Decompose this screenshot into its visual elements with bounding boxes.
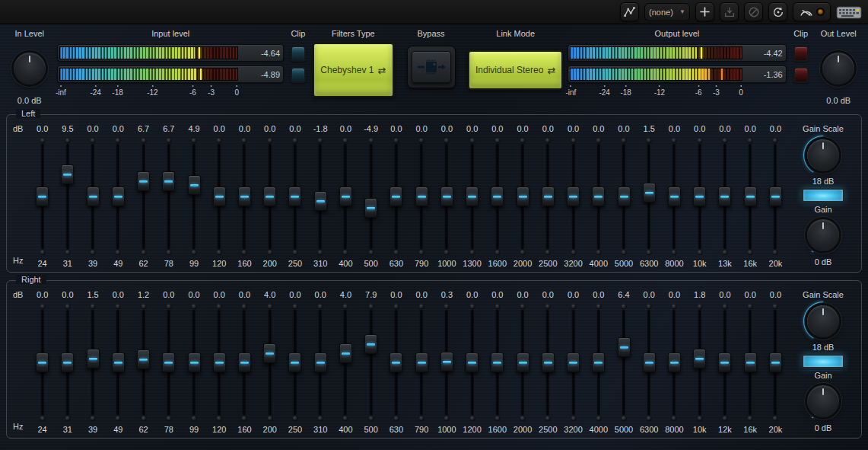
fader-handle[interactable] — [87, 349, 100, 369]
fader-handle[interactable] — [314, 353, 327, 372]
band-fader-left-13k[interactable] — [712, 137, 737, 256]
band-fader-right-630[interactable] — [383, 303, 409, 422]
band-fader-left-500[interactable] — [358, 137, 383, 256]
band-fader-right-2000[interactable] — [510, 303, 535, 422]
fader-handle[interactable] — [693, 349, 706, 369]
fader-handle[interactable] — [542, 187, 555, 206]
fader-handle[interactable] — [466, 187, 479, 206]
fader-handle[interactable] — [288, 353, 301, 372]
band-fader-right-2500[interactable] — [536, 303, 561, 422]
fader-handle[interactable] — [643, 353, 656, 372]
fader-handle[interactable] — [718, 353, 731, 372]
band-fader-right-8000[interactable] — [662, 303, 687, 422]
import-preset-button[interactable] — [720, 2, 739, 21]
fader-handle[interactable] — [618, 187, 631, 206]
fader-handle[interactable] — [643, 183, 656, 203]
fader-handle[interactable] — [61, 353, 74, 372]
band-fader-right-1600[interactable] — [485, 303, 510, 422]
fader-handle[interactable] — [567, 353, 580, 372]
fader-handle[interactable] — [466, 353, 479, 372]
fader-handle[interactable] — [592, 353, 605, 372]
band-fader-left-1300[interactable] — [459, 137, 485, 256]
band-fader-left-5000[interactable] — [611, 137, 636, 256]
band-fader-left-3200[interactable] — [561, 137, 586, 256]
fader-handle[interactable] — [36, 353, 49, 372]
fader-handle[interactable] — [668, 187, 681, 206]
band-fader-right-500[interactable] — [358, 303, 383, 422]
fader-handle[interactable] — [769, 187, 782, 206]
band-fader-right-5000[interactable] — [611, 303, 636, 422]
band-fader-right-4000[interactable] — [586, 303, 611, 422]
band-fader-left-31[interactable] — [55, 137, 80, 256]
fader-handle[interactable] — [162, 353, 175, 372]
band-fader-left-1000[interactable] — [434, 137, 459, 256]
fader-handle[interactable] — [288, 187, 301, 206]
fader-handle[interactable] — [137, 171, 150, 191]
gain-scale-knob[interactable] — [807, 305, 839, 337]
fader-handle[interactable] — [339, 187, 352, 206]
fader-handle[interactable] — [112, 187, 125, 206]
band-fader-right-31[interactable] — [55, 303, 80, 422]
band-fader-right-20k[interactable] — [763, 303, 788, 422]
bypass-button[interactable] — [412, 51, 451, 83]
band-fader-right-78[interactable] — [156, 303, 181, 422]
band-fader-right-99[interactable] — [181, 303, 206, 422]
band-fader-left-78[interactable] — [156, 137, 181, 256]
band-fader-right-310[interactable] — [308, 303, 333, 422]
band-fader-right-39[interactable] — [80, 303, 105, 422]
band-fader-left-6300[interactable] — [637, 137, 662, 256]
fader-handle[interactable] — [744, 187, 757, 206]
band-fader-left-630[interactable] — [383, 137, 409, 256]
fader-handle[interactable] — [314, 191, 327, 211]
band-fader-left-16k[interactable] — [738, 137, 763, 256]
band-fader-right-24[interactable] — [30, 303, 55, 422]
fader-handle[interactable] — [213, 353, 226, 372]
band-fader-right-790[interactable] — [409, 303, 434, 422]
fader-handle[interactable] — [364, 334, 377, 354]
fader-handle[interactable] — [238, 353, 251, 372]
input-clip-button-right[interactable] — [291, 67, 306, 83]
band-fader-left-790[interactable] — [409, 137, 434, 256]
input-clip-button-left[interactable] — [291, 46, 306, 62]
output-clip-button-left[interactable] — [793, 46, 809, 62]
band-fader-left-400[interactable] — [333, 137, 358, 256]
fader-handle[interactable] — [542, 353, 555, 372]
band-fader-right-200[interactable] — [257, 303, 282, 422]
fader-handle[interactable] — [339, 343, 352, 363]
fader-handle[interactable] — [693, 187, 706, 206]
band-fader-right-16k[interactable] — [738, 303, 763, 422]
band-fader-right-62[interactable] — [131, 303, 156, 422]
fader-handle[interactable] — [668, 353, 681, 372]
band-fader-right-1000[interactable] — [434, 303, 459, 422]
fader-handle[interactable] — [188, 353, 201, 372]
fader-handle[interactable] — [592, 187, 605, 206]
band-fader-left-99[interactable] — [181, 137, 206, 256]
band-fader-left-120[interactable] — [207, 137, 232, 256]
add-preset-button[interactable] — [695, 2, 714, 21]
meter-mode-button[interactable] — [793, 2, 831, 21]
band-fader-right-12k[interactable] — [712, 303, 737, 422]
link-mode-combo[interactable]: Individual Stereo ⇄ — [468, 50, 563, 90]
band-fader-left-39[interactable] — [80, 137, 105, 256]
band-fader-left-10k[interactable] — [687, 137, 712, 256]
fader-handle[interactable] — [238, 187, 251, 206]
band-fader-left-4000[interactable] — [586, 137, 611, 256]
gain-led-button[interactable] — [802, 354, 844, 369]
gain-knob[interactable] — [807, 219, 839, 251]
band-fader-right-1200[interactable] — [459, 303, 485, 422]
band-fader-left-2000[interactable] — [510, 137, 535, 256]
fader-handle[interactable] — [769, 353, 782, 372]
fader-handle[interactable] — [491, 353, 504, 372]
band-fader-right-10k[interactable] — [687, 303, 712, 422]
band-fader-left-200[interactable] — [257, 137, 282, 256]
band-fader-left-62[interactable] — [131, 137, 156, 256]
fader-handle[interactable] — [389, 187, 402, 206]
band-fader-left-1600[interactable] — [485, 137, 510, 256]
fader-handle[interactable] — [415, 353, 428, 372]
band-fader-right-120[interactable] — [207, 303, 232, 422]
fader-handle[interactable] — [744, 353, 757, 372]
reset-settings-button[interactable] — [768, 2, 787, 21]
fader-handle[interactable] — [162, 171, 175, 191]
fader-handle[interactable] — [718, 187, 731, 206]
output-clip-button-right[interactable] — [793, 67, 809, 83]
